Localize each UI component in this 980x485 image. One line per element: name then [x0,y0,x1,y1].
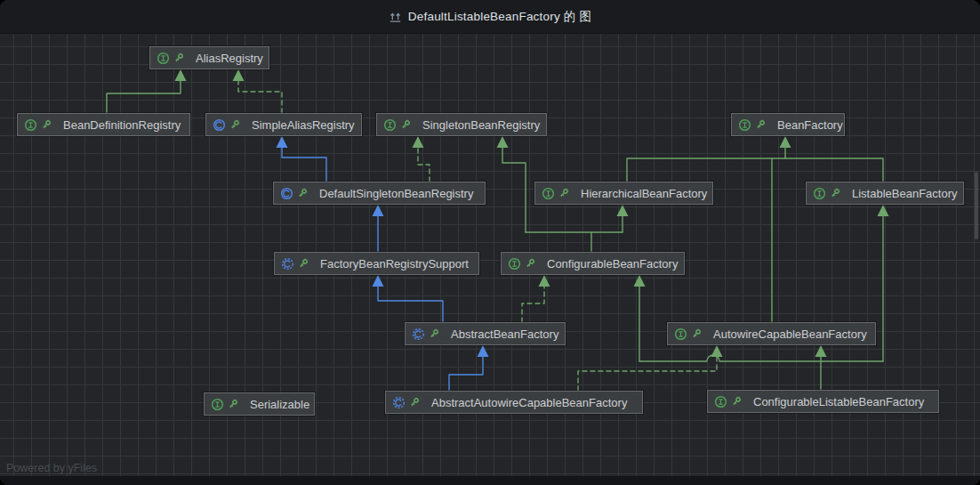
node-label: SingletonBeanRegistry [422,118,540,132]
node-label: HierarchicalBeanFactory [581,187,707,200]
node-abstractautowirecapablebeanfactory[interactable]: AbstractAutowireCapableBeanFactory [385,391,643,414]
key-icon [229,119,240,130]
class-icon [280,187,293,200]
key-icon [830,188,840,198]
node-factorybeanregistrysupport[interactable]: FactoryBeanRegistrySupport [274,252,479,275]
interface-icon [211,398,224,411]
class-icon [213,118,226,132]
diagram-hierarchy-icon [389,10,402,23]
abstract-class-icon [281,257,294,271]
interface-icon [542,187,555,200]
key-icon [691,328,702,339]
interface-icon [714,395,727,408]
node-autowirecapablebeanfactory[interactable]: AutowireCapableBeanFactory [667,322,876,345]
node-label: ListableBeanFactory [852,187,958,200]
node-label: ConfigurableListableBeanFactory [753,395,924,408]
node-listablebeanfactory[interactable]: ListableBeanFactory [806,182,964,205]
node-aliasregistry[interactable]: AliasRegistry [149,46,269,69]
key-icon [298,258,309,269]
key-icon [400,119,411,130]
node-label: FactoryBeanRegistrySupport [320,257,469,271]
key-icon [173,53,184,63]
abstract-class-icon [392,396,406,409]
node-abstractbeanfactory[interactable]: AbstractBeanFactory [405,322,566,345]
interface-icon [813,187,826,200]
interface-icon [383,118,397,132]
node-serializable[interactable]: Serializable [204,392,315,416]
key-icon [41,119,52,130]
key-icon [755,119,766,130]
node-beandefinitionregistry[interactable]: BeanDefinitionRegistry [17,113,190,136]
key-icon [297,188,308,198]
page-title: DefaultListableBeanFactory 的 图 [408,9,591,25]
node-label: BeanFactory [777,118,843,132]
interface-icon [674,327,687,341]
interface-icon [738,118,751,132]
node-simplealiasregistry[interactable]: SimpleAliasRegistry [205,113,362,136]
node-beanfactory[interactable]: BeanFactory [731,113,845,136]
diagram-window: DefaultListableBeanFactory 的 图 Powered b… [0,0,980,485]
key-icon [558,188,569,198]
node-defaultsingletonbeanregistry[interactable]: DefaultSingletonBeanRegistry [273,182,486,205]
yfiles-watermark: Powered by yFiles [6,462,97,474]
node-configurablebeanfactory[interactable]: ConfigurableBeanFactory [501,252,685,275]
node-hierarchicalbeanfactory[interactable]: HierarchicalBeanFactory [534,182,713,205]
node-label: BeanDefinitionRegistry [63,118,181,132]
node-label: ConfigurableBeanFactory [547,257,678,271]
abstract-class-icon [412,327,425,341]
node-label: Serializable [250,398,309,411]
key-icon [429,328,439,339]
node-label: AbstractBeanFactory [451,327,558,341]
node-label: AbstractAutowireCapableBeanFactory [431,396,627,409]
node-label: DefaultSingletonBeanRegistry [319,187,473,200]
interface-icon [157,52,170,65]
node-singletonbeanregistry[interactable]: SingletonBeanRegistry [376,113,547,136]
key-icon [228,399,238,409]
node-configurablelistablebeanfactory[interactable]: ConfigurableListableBeanFactory [707,390,939,413]
interface-icon [24,118,37,132]
title-bar: DefaultListableBeanFactory 的 图 [0,0,980,34]
key-icon [409,397,420,408]
key-icon [525,258,535,269]
window-bottom-edge [0,476,980,485]
node-label: AutowireCapableBeanFactory [713,327,867,341]
interface-icon [508,257,521,271]
node-label: SimpleAliasRegistry [252,118,355,132]
key-icon [731,396,742,407]
node-label: AliasRegistry [196,52,263,65]
vertical-scrollbar-thumb[interactable] [975,172,978,239]
